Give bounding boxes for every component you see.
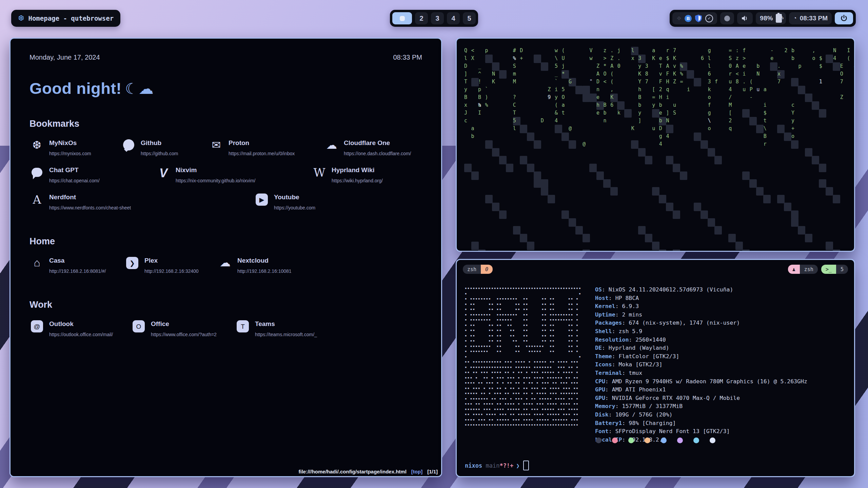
workspace-button-2[interactable]: 2: [415, 12, 428, 24]
fetch-terminal-window[interactable]: zsh 0 ♟zsh>_5 ▪▪▪▪▪▪▪▪▪▪▪▪▪▪▪▪▪▪▪▪▪▪▪▪▪▪…: [456, 259, 855, 477]
tmux-window-index: 0: [481, 265, 493, 274]
matrix-block: [791, 210, 798, 219]
recorder-indicator[interactable]: [720, 12, 734, 24]
bookmark-title: Hyprland Wiki: [332, 166, 383, 174]
bookmark-item[interactable]: ✉Protonhttps://mail.proton.me/u/0/inbox: [209, 139, 324, 156]
matrix-block: [645, 156, 652, 164]
charging-bolt-icon: ϟ: [781, 15, 784, 20]
bookmark-item[interactable]: ☁Nextcloudhttp://192.168.2.16:10081: [218, 257, 319, 274]
workspace-button-3[interactable]: 3: [431, 12, 444, 24]
palette-dot: [628, 438, 634, 443]
bookmark-url: https://chat.openai.com/: [49, 178, 100, 183]
bookmark-item[interactable]: ANerdfonthttps://www.nerdfonts.com/cheat…: [29, 194, 254, 210]
fetch-info-line: DE: Hyprland (Wayland): [595, 344, 807, 352]
network-icon[interactable]: ❖: [676, 16, 682, 21]
mynixos-icon: ❆: [29, 139, 44, 151]
bluetooth-icon[interactable]: B: [685, 15, 692, 22]
bookmark-title: Nixvim: [176, 166, 256, 174]
plex-icon: ❯: [125, 257, 140, 269]
section-title: Bookmarks: [29, 119, 422, 129]
matrix-block: [701, 210, 708, 219]
section-title: Work: [29, 300, 422, 310]
palette-dot: [710, 438, 715, 443]
prompt-host: nixos: [465, 462, 482, 469]
matrix-block: [548, 195, 555, 203]
matrix-block: [569, 218, 576, 227]
bookmark-item[interactable]: @Outlookhttps://outlook.office.com/mail/: [29, 320, 131, 337]
teams-icon: T: [235, 320, 250, 332]
bookmark-item[interactable]: WHyprland Wikihttps://wiki.hyprland.org/: [312, 166, 414, 183]
bookmark-item[interactable]: ▶Youtubehttps://youtube.com: [254, 194, 356, 210]
tmux-status-label: zsh: [800, 265, 818, 274]
fetch-info-line: Shell: zsh 5.9: [595, 327, 807, 336]
bookmark-item[interactable]: TTeamshttps://teams.microsoft.com/_: [235, 320, 337, 337]
prompt-git-branch: main: [486, 462, 499, 469]
fetch-output: ▪▪▪▪▪▪▪▪▪▪▪▪▪▪▪▪▪▪▪▪▪▪▪▪▪▪▪▪▪▪▪▪▪▪▪▪▪▪▪▪…: [465, 286, 807, 444]
check-status-icon[interactable]: ✓: [705, 15, 713, 22]
matrix-block: [812, 156, 819, 164]
system-tray-bar: ❖ B ✓ 98% ϟ ◔ 08:33 PM: [670, 10, 856, 27]
nerdfont-icon: A: [29, 194, 44, 206]
bookmark-item[interactable]: ❯Plexhttp://192.168.2.16:32400: [125, 257, 218, 274]
bookmark-url: http://192.168.2.16:10081: [237, 268, 292, 274]
matrix-rain-highlight: % " 1 u 9 % \: [464, 47, 826, 140]
matrix-block: [652, 242, 659, 250]
bookmark-url: https://teams.microsoft.com/_: [255, 332, 317, 337]
matrix-terminal-window[interactable]: Q< p #D w( V z.j l a r7 g =:f - 2b , N I…: [456, 38, 855, 252]
clock-time: 08:33 PM: [800, 15, 828, 22]
bookmark-item[interactable]: Githubhttps://github.com: [121, 139, 209, 156]
workspace-button-1[interactable]: [392, 12, 412, 24]
bookmark-url: https://nix-community.github.io/nixvim/: [176, 178, 256, 183]
fetch-info-line: Font: SFProDisplay Nerd Font 13 [GTK2/3]: [595, 427, 807, 436]
bookmark-item[interactable]: OOfficehttps://www.office.com/?auth=2: [131, 320, 235, 337]
bookmark-item[interactable]: ⌂Casahttp://192.168.2.16:8081/#/: [29, 257, 125, 274]
workspace-button-4[interactable]: 4: [447, 12, 460, 24]
clock-widget[interactable]: ◔ 08:33 PM: [789, 12, 832, 24]
qutebrowser-window[interactable]: Monday, June 17, 2024 08:33 PM Good nigh…: [9, 38, 442, 477]
matrix-block: [541, 187, 548, 196]
fetch-info-line: Icons: Moka [GTK2/3]: [595, 361, 807, 369]
power-button[interactable]: [835, 12, 853, 24]
bookmark-title: Chat GPT: [49, 166, 100, 174]
bookmark-item[interactable]: ❆MyNixOshttps://mynixos.com: [29, 139, 121, 156]
volume-control[interactable]: [737, 12, 753, 24]
workspace-button-5[interactable]: 5: [463, 12, 476, 24]
fetch-info-line: OS: NixOS 24.11.20240612.57d6973 (Vicuña…: [595, 286, 807, 294]
matrix-block: [680, 171, 687, 180]
battery-widget[interactable]: 98% ϟ: [756, 12, 786, 24]
bookmark-url: https://github.com: [141, 151, 178, 156]
matrix-block: [583, 234, 590, 242]
record-dot-icon: [724, 16, 730, 21]
shield-vpn-icon[interactable]: [695, 14, 702, 22]
bookmark-url: https://mail.proton.me/u/0/inbox: [229, 151, 295, 156]
matrix-block: [777, 195, 785, 203]
chat-gpt-icon: [29, 166, 44, 177]
bookmark-item[interactable]: Chat GPThttps://chat.openai.com/: [29, 166, 156, 183]
matrix-block: [666, 156, 673, 164]
matrix-block: [833, 249, 840, 252]
statusbar-tab-index: [1/1]: [427, 469, 438, 474]
startpage-sections: Bookmarks❆MyNixOshttps://mynixos.comGith…: [29, 119, 422, 337]
matrix-block: [652, 187, 659, 196]
bookmark-row: ⌂Casahttp://192.168.2.16:8081/#/❯Plexhtt…: [29, 257, 422, 274]
terminal-cursor[interactable]: [523, 461, 529, 470]
bookmark-item[interactable]: ☁Cloudflare Onehttps://one.dash.cloudfla…: [324, 139, 419, 156]
matrix-block: [464, 164, 472, 172]
window-title: Homepage - qutebrowser: [28, 15, 114, 22]
bookmark-title: Teams: [255, 320, 317, 328]
matrix-block: [735, 242, 743, 250]
bookmark-title: Cloudflare One: [344, 139, 411, 147]
prompt-git-flags: *?!+: [499, 462, 513, 469]
fetch-info-line: Host: HP 8BCA: [595, 294, 807, 303]
statusbar-mode: [top]: [411, 469, 422, 474]
tmux-session-pill[interactable]: zsh 0: [463, 265, 493, 274]
matrix-block: [673, 210, 680, 219]
bookmark-item[interactable]: VNixvimhttps://nix-community.github.io/n…: [156, 166, 312, 183]
matrix-block: [492, 203, 499, 211]
matrix-block: [478, 249, 486, 252]
matrix-block: [728, 234, 736, 242]
office-icon: O: [131, 320, 146, 332]
bookmark-title: MyNixOs: [49, 139, 91, 147]
startpage-date: Monday, June 17, 2024: [29, 54, 100, 61]
prompt-arrow-icon: ❯: [516, 462, 519, 469]
